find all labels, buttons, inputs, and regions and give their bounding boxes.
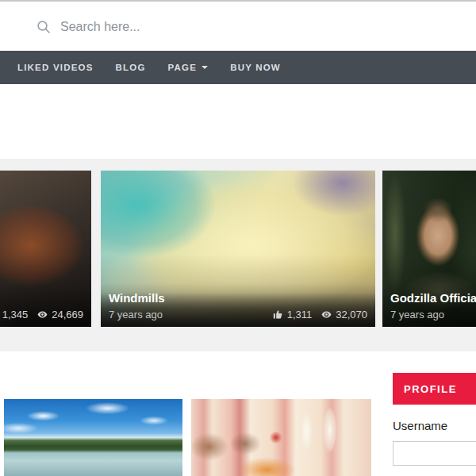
views-count: 32,070 (336, 309, 367, 321)
views-count: 24,669 (52, 309, 83, 321)
video-stats: 1,311 32,070 (273, 309, 367, 321)
views-stat: 24,669 (37, 309, 83, 321)
video-stats: 1,345 24,669 (0, 309, 83, 321)
profile-tab-button[interactable]: PROFILE (393, 373, 476, 405)
search-input[interactable] (60, 13, 441, 41)
video-card-sunburst[interactable]: 1,345 24,669 (0, 171, 91, 327)
thumbs-up-icon (273, 309, 283, 320)
nav-item-label: BLOG (116, 63, 146, 72)
caret-down-icon (202, 66, 208, 69)
likes-count: 1,345 (2, 309, 29, 321)
nav-item-blog[interactable]: BLOG (105, 51, 157, 84)
video-card-godzilla[interactable]: Godzilla Official M 7 years ago (382, 171, 476, 327)
page: LIKED VIDEOS BLOG PAGE BUY NOW 1,345 (0, 0, 476, 476)
video-title: Godzilla Official M (390, 291, 476, 305)
video-age: 7 years ago (390, 309, 444, 321)
nav-item-buy-now[interactable]: BUY NOW (219, 51, 292, 84)
likes-count: 1,311 (287, 309, 313, 321)
blog-thumbnail-champagne-dessert[interactable] (191, 399, 371, 476)
username-input[interactable] (393, 441, 476, 466)
eye-icon (37, 309, 48, 320)
main-nav: LIKED VIDEOS BLOG PAGE BUY NOW (0, 51, 476, 84)
username-label: Username (393, 419, 447, 432)
likes-stat: 1,311 (273, 309, 313, 321)
video-card-windmills[interactable]: Windmills 7 years ago 1,311 32,070 (101, 171, 375, 327)
nav-item-label: PAGE (168, 63, 198, 72)
videos-section: 1,345 24,669 Windmills 7 years ago 1,311 (0, 159, 476, 351)
nav-item-label: LIKED VIDEOS (17, 63, 94, 72)
header-search-bar (0, 2, 476, 51)
nav-item-label: BUY NOW (230, 63, 281, 72)
search-icon (36, 20, 51, 34)
likes-stat: 1,345 (0, 309, 28, 321)
views-stat: 32,070 (321, 309, 367, 321)
nav-item-liked-videos[interactable]: LIKED VIDEOS (6, 51, 105, 84)
video-age: 7 years ago (109, 309, 163, 321)
eye-icon (321, 309, 332, 320)
video-title: Windmills (109, 291, 165, 305)
nav-item-page[interactable]: PAGE (157, 51, 220, 84)
blog-thumbnail-lake-landscape[interactable] (4, 399, 182, 476)
